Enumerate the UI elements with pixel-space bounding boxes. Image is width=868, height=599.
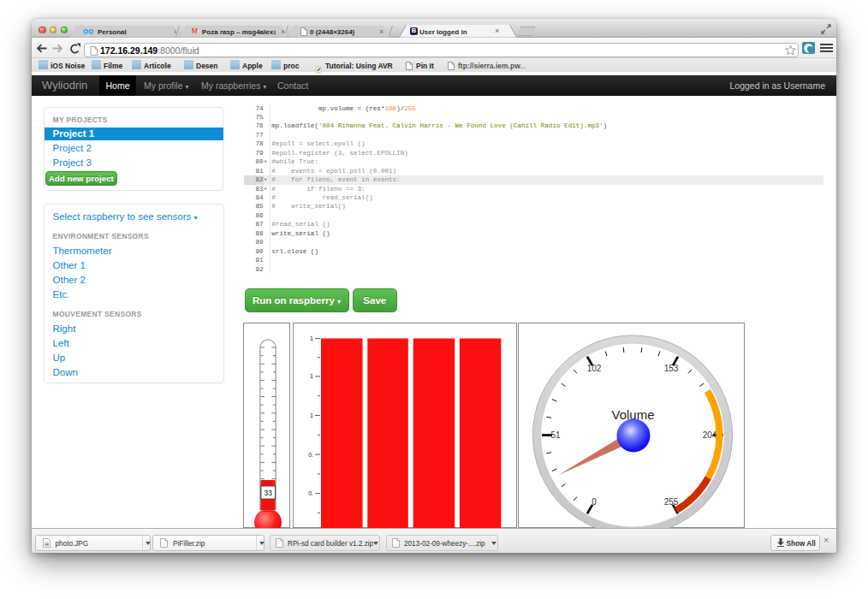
svg-text:51: 51 [550, 430, 561, 440]
svg-text:153: 153 [663, 364, 678, 373]
svg-text:33: 33 [264, 489, 272, 497]
svg-text:0: 0 [592, 497, 597, 507]
svg-text:0.: 0. [308, 490, 313, 496]
svg-text:1: 1 [310, 335, 313, 341]
svg-text:0.: 0. [308, 452, 313, 458]
svg-text:1: 1 [310, 374, 313, 380]
svg-text:255: 255 [663, 497, 678, 507]
svg-text:102: 102 [586, 364, 601, 373]
svg-text:1: 1 [310, 412, 313, 418]
svg-text:204: 204 [702, 430, 716, 440]
